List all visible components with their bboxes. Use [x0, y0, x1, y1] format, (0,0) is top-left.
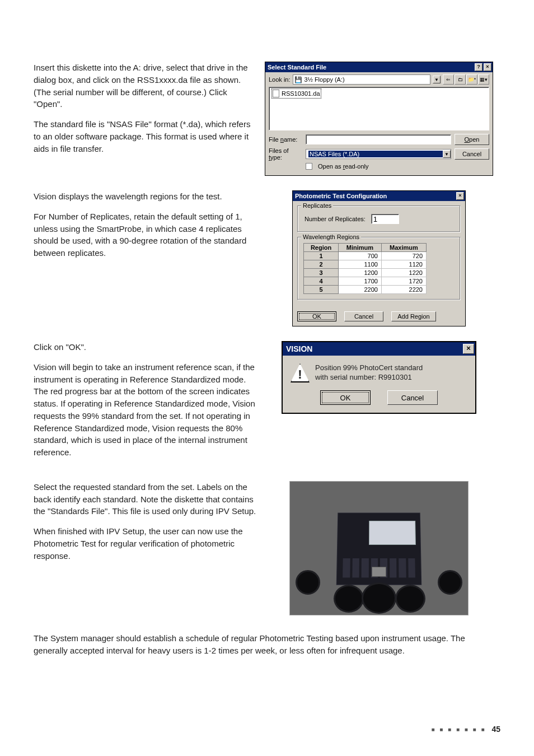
file-name: RSS10301.da: [282, 90, 320, 97]
text-block-4: Select the requested standard from the s…: [34, 481, 257, 570]
dialog-titlebar: VISION ×: [283, 342, 475, 356]
dialog-title: VISION: [286, 344, 312, 353]
table-row[interactable]: 211001120: [304, 260, 427, 269]
readonly-checkbox[interactable]: [306, 163, 312, 170]
new-folder-icon[interactable]: 📁*: [466, 74, 477, 85]
lookin-value: 3½ Floppy (A:): [305, 76, 345, 83]
filetype-value: NSAS Files (*.DA): [308, 151, 443, 157]
floppy-icon: 💾: [294, 76, 302, 83]
lookin-dropdown[interactable]: 💾 3½ Floppy (A:): [293, 74, 430, 85]
filename-label: File name:: [269, 136, 302, 143]
up-folder-icon[interactable]: 🗀: [455, 74, 466, 85]
file-icon: [273, 90, 279, 97]
wavelength-regions-group: Wavelength Regions Region Minimum Maximu…: [297, 237, 461, 300]
photo-standards-case: [289, 481, 469, 615]
text-block-3: Click on "OK". Vision will begin to take…: [34, 341, 257, 466]
dialog-photometric-config: Photometric Test Configuration × Replica…: [292, 190, 466, 326]
ok-button[interactable]: OK: [320, 390, 371, 405]
standard-cap: [334, 585, 364, 613]
page-footer: ■ ■ ■ ■ ■ ■ ■ 45: [431, 725, 500, 734]
group-title: Wavelength Regions: [301, 234, 361, 240]
help-icon[interactable]: ?: [475, 63, 483, 71]
chevron-down-icon[interactable]: ▼: [433, 76, 441, 83]
filetype-label: Files of type:: [269, 147, 302, 161]
document-page: Insert this diskette into the A: drive, …: [0, 0, 534, 756]
page-number: 45: [491, 725, 500, 734]
replicates-label: Number of Replicates:: [305, 216, 366, 222]
filename-input[interactable]: [306, 134, 451, 144]
close-icon[interactable]: ×: [484, 63, 491, 71]
paragraph: The standard file is "NSAS File" format …: [34, 118, 257, 155]
text-block-2: Vision displays the wavelength regions f…: [34, 190, 257, 267]
column-header-max: Maximum: [381, 244, 426, 252]
table-row[interactable]: 417001720: [304, 277, 427, 286]
toolbar-icons: ⇐ 🗀 📁* ▦▾: [443, 74, 489, 85]
group-title: Replicates: [301, 202, 333, 209]
paragraph: The System manager should establish a sc…: [34, 632, 500, 657]
paragraph: Click on "OK".: [34, 341, 257, 353]
paragraph: Select the requested standard from the s…: [34, 481, 257, 517]
paragraph: When finished with IPV Setup, the user c…: [34, 525, 257, 562]
cancel-button[interactable]: Cancel: [387, 390, 438, 405]
file-list-pane[interactable]: RSS10301.da: [269, 87, 489, 130]
file-item[interactable]: RSS10301.da: [271, 88, 321, 99]
text-block-1: Insert this diskette into the A: drive, …: [34, 62, 257, 162]
paragraph: Insert this diskette into the A: drive, …: [34, 62, 257, 110]
standard-cap: [362, 582, 396, 614]
photo-label: [369, 521, 416, 545]
table-row[interactable]: 1700720: [304, 252, 427, 260]
table-row[interactable]: 522002220: [304, 286, 427, 294]
close-icon[interactable]: ×: [456, 192, 464, 200]
standard-cap: [438, 570, 462, 595]
replicates-input[interactable]: [371, 214, 399, 224]
dialog-titlebar: Photometric Test Configuration ×: [293, 191, 465, 201]
table-row[interactable]: 312001220: [304, 269, 427, 277]
cancel-button[interactable]: Cancel: [455, 148, 489, 160]
open-button[interactable]: Open: [455, 134, 489, 145]
standard-cap: [395, 585, 425, 613]
lookin-label: Look in:: [269, 76, 291, 83]
ok-button[interactable]: OK: [297, 311, 336, 321]
cancel-button[interactable]: Cancel: [344, 311, 383, 321]
column-header-min: Minimum: [339, 244, 382, 252]
decorative-dots: ■ ■ ■ ■ ■ ■ ■: [431, 726, 486, 732]
paragraph: Vision displays the wavelength regions f…: [34, 190, 257, 203]
filetype-dropdown[interactable]: NSAS Files (*.DA) ▼: [306, 149, 451, 159]
add-region-button[interactable]: Add Region: [391, 311, 436, 321]
warning-icon: !: [291, 363, 310, 382]
standard-cap: [296, 570, 320, 595]
replicates-group: Replicates Number of Replicates:: [297, 206, 461, 232]
paragraph: Vision will begin to take an instrument …: [34, 361, 257, 459]
dialog-title: Photometric Test Configuration: [295, 193, 387, 199]
back-icon[interactable]: ⇐: [443, 74, 454, 85]
chevron-down-icon[interactable]: ▼: [443, 150, 451, 158]
latch-icon: [372, 567, 386, 577]
dialog-titlebar: Select Standard File ? ×: [265, 62, 493, 72]
wavelength-table: Region Minimum Maximum 1700720 211001120…: [303, 243, 427, 294]
message-text: Position 99% PhotoCert standard with ser…: [315, 363, 423, 382]
close-icon[interactable]: ×: [463, 344, 474, 354]
paragraph: For Number of Replicates, retain the def…: [34, 211, 257, 259]
column-header-region: Region: [304, 244, 339, 252]
view-menu-icon[interactable]: ▦▾: [478, 74, 489, 85]
dialog-vision-message: VISION × ! Position 99% PhotoCert standa…: [282, 341, 476, 414]
dialog-title: Select Standard File: [268, 64, 326, 71]
readonly-label: Open as read-only: [318, 163, 369, 170]
dialog-select-standard-file: Select Standard File ? × Look in: 💾 3½ F…: [265, 62, 493, 176]
